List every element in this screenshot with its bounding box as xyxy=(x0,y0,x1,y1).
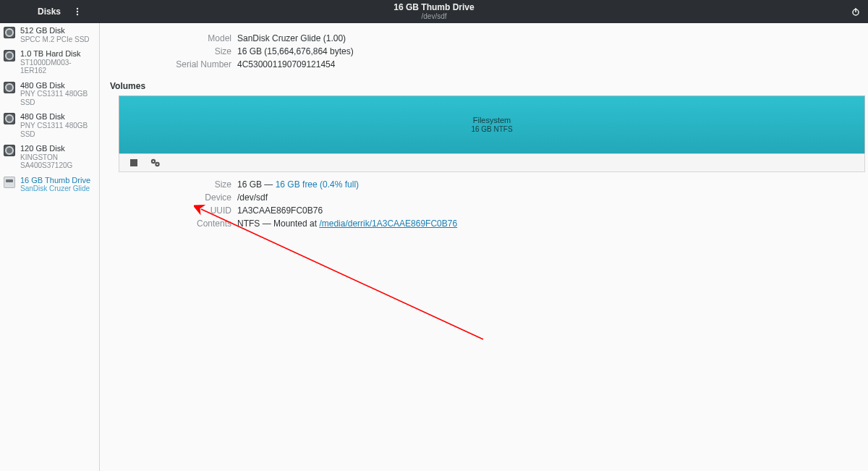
detail-device-value: /dev/sdf xyxy=(237,192,268,203)
volume-details: Size 16 GB — 16 GB free (0.4% full) Devi… xyxy=(116,178,868,230)
sidebar-item-sublabel: KINGSTON SA400S37120G xyxy=(20,153,95,170)
sidebar-item-label: 512 GB Disk xyxy=(20,26,90,35)
sidebar-item-drive[interactable]: 480 GB Disk PNY CS1311 480GB SSD xyxy=(0,109,99,141)
sidebar-item-sublabel: SPCC M.2 PCIe SSD xyxy=(20,35,90,44)
svg-point-10 xyxy=(156,164,158,165)
drive-icon xyxy=(3,26,16,39)
sidebar-item-label: 120 GB Disk xyxy=(20,144,95,153)
unmount-button[interactable] xyxy=(127,156,141,170)
volume-toolbar xyxy=(119,153,865,172)
drive-icon xyxy=(3,112,16,125)
device-sidebar: 512 GB Disk SPCC M.2 PCIe SSD 1.0 TB Har… xyxy=(0,23,100,471)
drive-icon xyxy=(3,144,16,157)
svg-point-1 xyxy=(77,11,78,12)
drive-icon xyxy=(3,49,16,62)
drive-info: Model SanDisk Cruzer Glide (1.00) Size 1… xyxy=(116,32,868,71)
detail-device-label: Device xyxy=(116,192,231,203)
sidebar-item-label: 16 GB Thumb Drive xyxy=(20,176,90,185)
app-menu-button[interactable] xyxy=(71,5,84,18)
serial-value: 4C530001190709121454 xyxy=(237,59,335,69)
sidebar-item-label: 1.0 TB Hard Disk xyxy=(20,49,95,59)
detail-uuid-label: UUID xyxy=(116,205,231,216)
volume-label: Filesystem xyxy=(471,116,512,125)
sidebar-item-sublabel: SanDisk Cruzer Glide xyxy=(20,184,90,193)
usb-drive-icon xyxy=(3,176,16,189)
drive-icon xyxy=(3,81,16,94)
sidebar-item-drive[interactable]: 480 GB Disk PNY CS1311 480GB SSD xyxy=(0,78,99,110)
detail-size-label: Size xyxy=(116,179,231,190)
detail-contents-value: NTFS — Mounted at /media/derrik/1A3CAAE8… xyxy=(237,218,457,229)
volume-settings-button[interactable] xyxy=(148,156,163,170)
sidebar-item-label: 480 GB Disk xyxy=(20,81,95,90)
drive-power-button[interactable] xyxy=(849,5,862,18)
model-value: SanDisk Cruzer Glide (1.00) xyxy=(237,33,346,43)
headerbar: Disks 16 GB Thumb Drive /dev/sdf xyxy=(0,0,868,23)
eject-icon[interactable] xyxy=(100,106,101,118)
svg-point-2 xyxy=(77,14,78,15)
svg-point-9 xyxy=(153,161,154,162)
app-title: Disks xyxy=(38,7,61,17)
model-label: Model xyxy=(116,33,231,43)
volume-sublabel: 16 GB NTFS xyxy=(471,125,512,134)
sidebar-item-sublabel: PNY CS1311 480GB SSD xyxy=(20,90,95,106)
size-label: Size xyxy=(116,46,231,56)
sidebar-item-drive[interactable]: 1.0 TB Hard Disk ST1000DM003-1ER162 xyxy=(0,46,99,78)
size-value: 16 GB (15,664,676,864 bytes) xyxy=(237,46,354,56)
sidebar-item-drive-selected[interactable]: 16 GB Thumb Drive SanDisk Cruzer Glide xyxy=(0,173,99,196)
svg-point-0 xyxy=(77,8,78,9)
header-subtitle: /dev/sdf xyxy=(393,12,474,20)
serial-label: Serial Number xyxy=(116,59,231,69)
sidebar-item-sublabel: PNY CS1311 480GB SSD xyxy=(20,122,95,138)
detail-contents-label: Contents xyxy=(116,218,231,229)
detail-size-value: 16 GB — 16 GB free (0.4% full) xyxy=(237,179,359,190)
sidebar-item-sublabel: ST1000DM003-1ER162 xyxy=(20,59,95,75)
main-content: Model SanDisk Cruzer Glide (1.00) Size 1… xyxy=(100,23,868,471)
sidebar-item-label: 480 GB Disk xyxy=(20,112,95,122)
volume-partition[interactable]: Filesystem 16 GB NTFS xyxy=(119,96,865,153)
sidebar-item-drive[interactable]: 120 GB Disk KINGSTON SA400S37120G xyxy=(0,141,99,173)
detail-uuid-value: 1A3CAAE869FC0B76 xyxy=(237,205,323,216)
volumes-heading: Volumes xyxy=(110,81,868,91)
mount-path-link[interactable]: /media/derrik/1A3CAAE869FC0B76 xyxy=(319,218,457,229)
header-title: 16 GB Thumb Drive xyxy=(393,3,474,12)
sidebar-item-drive[interactable]: 512 GB Disk SPCC M.2 PCIe SSD xyxy=(0,23,99,46)
